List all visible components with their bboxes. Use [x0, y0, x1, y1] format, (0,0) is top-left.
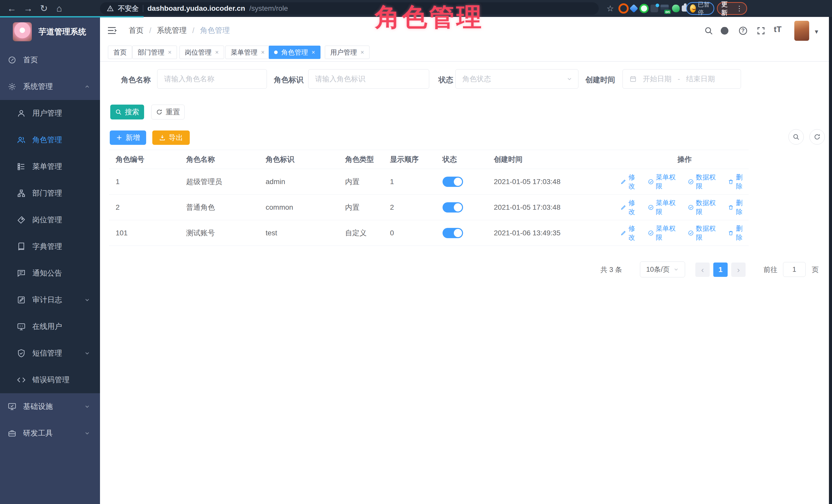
extension-orange-icon[interactable] [618, 3, 629, 14]
close-icon[interactable]: × [261, 49, 265, 56]
refresh-button[interactable] [809, 129, 825, 144]
browser-reload-icon[interactable]: ↻ [40, 0, 48, 17]
menu-permission-link[interactable]: 菜单权限 [648, 173, 681, 191]
sidebar-item-dict[interactable]: 字典管理 [0, 233, 100, 260]
date-separator: - [678, 75, 680, 83]
app-logo-row[interactable]: 芋道管理系统 [0, 17, 100, 47]
tag-home[interactable]: 首页 [108, 46, 132, 59]
role-key-input[interactable]: 请输入角色标识 [308, 69, 429, 89]
add-button[interactable]: 新增 [110, 131, 146, 145]
sidebar-item-error-codes[interactable]: 错误码管理 [0, 367, 100, 393]
menu-permission-link[interactable]: 菜单权限 [648, 198, 681, 216]
sidebar-item-audit-log[interactable]: 审计日志 [0, 287, 100, 313]
help-icon[interactable]: ? [738, 26, 748, 35]
breadcrumb: 首页 / 系统管理 / 角色管理 [129, 17, 230, 44]
sidebar-item-posts[interactable]: 岗位管理 [0, 207, 100, 233]
extension-on-switch-icon[interactable]: on [659, 3, 670, 14]
extension-green-circle-icon[interactable] [639, 3, 649, 14]
roles-table: 角色编号 角色名称 角色标识 角色类型 显示顺序 状态 创建时间 操作 1 超级… [109, 150, 749, 246]
infra-icon [8, 402, 17, 411]
col-role-name: 角色名称 [180, 150, 259, 169]
tag-users[interactable]: 用户管理 × [325, 46, 369, 59]
page-size-select[interactable]: 10条/页 [640, 262, 685, 277]
security-warning-icon[interactable] [107, 5, 114, 12]
code-icon [17, 376, 26, 384]
tag-posts[interactable]: 岗位管理 × [180, 46, 224, 59]
delete-link[interactable]: 删除 [728, 173, 749, 191]
window-scrollbar[interactable] [829, 17, 832, 504]
sidebar-item-departments[interactable]: 部门管理 [0, 180, 100, 207]
delete-link[interactable]: 删除 [728, 224, 749, 242]
tag-roles-active[interactable]: 角色管理 × [269, 46, 320, 59]
breadcrumb-home[interactable]: 首页 [129, 25, 144, 36]
breadcrumb-system[interactable]: 系统管理 [157, 25, 187, 36]
edit-link[interactable]: 修改 [621, 173, 641, 191]
bookmark-star-icon[interactable]: ☆ [605, 0, 615, 17]
sidebar-item-dev-tools[interactable]: 研发工具 [0, 420, 100, 447]
chrome-update-chip[interactable]: 更新 ⋮ [717, 2, 747, 15]
edit-link[interactable]: 修改 [621, 198, 641, 216]
fullscreen-icon[interactable] [756, 26, 765, 35]
screen: ← → ↻ ⌂ 不安全 dashboard.yudao.iocoder.cn /… [0, 0, 832, 504]
profile-paused-chip[interactable]: 已暂停 [686, 2, 714, 15]
font-size-icon[interactable]: tT [774, 25, 781, 34]
update-label: 更新 [721, 0, 733, 17]
pagination: 共 3 条 10条/页 ‹ 1 › 前往 页 [100, 261, 818, 278]
export-button[interactable]: 导出 [152, 131, 190, 145]
role-key-label: 角色标识 [274, 75, 304, 85]
next-page-button[interactable]: › [731, 263, 746, 277]
extension-bluedot-icon[interactable] [649, 3, 659, 14]
role-name-input[interactable]: 请输入角色名称 [157, 69, 267, 89]
reset-button[interactable]: 重置 [151, 105, 185, 120]
close-icon[interactable]: × [361, 49, 364, 56]
close-icon[interactable]: × [215, 49, 219, 56]
extension-green-blob-icon[interactable] [671, 3, 681, 14]
sidebar-item-users[interactable]: 用户管理 [0, 100, 100, 127]
data-permission-link[interactable]: 数据权限 [688, 224, 721, 242]
sidebar-item-online-users[interactable]: 在线用户 [0, 313, 100, 340]
prev-page-button[interactable]: ‹ [695, 263, 710, 277]
sidebar-item-infrastructure[interactable]: 基础设施 [0, 393, 100, 420]
chevron-down-icon [673, 267, 679, 272]
avatar-caret-down-icon[interactable]: ▾ [815, 28, 818, 36]
user-avatar[interactable] [794, 21, 809, 41]
data-permission-link[interactable]: 数据权限 [688, 198, 721, 216]
collapse-sidebar-icon[interactable] [107, 25, 117, 36]
sidebar: 芋道管理系统 首页 系统管理 [0, 17, 100, 504]
shield-icon [17, 349, 26, 357]
close-icon[interactable]: × [168, 49, 172, 56]
edit-link[interactable]: 修改 [621, 224, 641, 242]
browser-menu-icon[interactable]: ⋮ [736, 4, 743, 12]
toggle-search-button[interactable] [788, 129, 804, 144]
app-logo-image [13, 22, 32, 41]
search-icon[interactable] [704, 26, 713, 35]
status-toggle[interactable] [443, 202, 463, 213]
page-1-button[interactable]: 1 [713, 263, 728, 277]
col-role-key: 角色标识 [259, 150, 338, 169]
browser-back-icon[interactable]: ← [7, 0, 17, 17]
tag-departments[interactable]: 部门管理 × [132, 46, 177, 59]
url-divider [143, 5, 143, 12]
delete-link[interactable]: 删除 [728, 198, 749, 216]
sidebar-item-system[interactable]: 系统管理 [0, 73, 100, 100]
tag-menus[interactable]: 菜单管理 × [225, 46, 270, 59]
github-icon[interactable] [720, 26, 729, 35]
sidebar-item-home[interactable]: 首页 [0, 47, 100, 73]
data-permission-link[interactable]: 数据权限 [688, 173, 721, 191]
status-toggle[interactable] [443, 228, 463, 238]
sidebar-item-sms[interactable]: 短信管理 [0, 340, 100, 367]
sidebar-item-roles[interactable]: 角色管理 [0, 127, 100, 153]
search-button[interactable]: 搜索 [110, 105, 144, 120]
address-bar[interactable]: 不安全 dashboard.yudao.iocoder.cn /system/r… [100, 2, 599, 15]
sidebar-item-menus[interactable]: 菜单管理 [0, 153, 100, 180]
extension-gem-icon[interactable] [629, 3, 639, 14]
date-range-picker[interactable]: 开始日期 - 结束日期 [623, 69, 741, 89]
browser-home-icon[interactable]: ⌂ [56, 0, 62, 17]
goto-page-input[interactable] [783, 262, 806, 277]
status-toggle[interactable] [443, 177, 463, 187]
status-select[interactable]: 角色状态 [456, 69, 578, 89]
close-icon[interactable]: × [312, 49, 315, 56]
menu-permission-link[interactable]: 菜单权限 [648, 224, 681, 242]
sidebar-item-notice[interactable]: 通知公告 [0, 260, 100, 287]
browser-forward-icon[interactable]: → [24, 0, 33, 17]
